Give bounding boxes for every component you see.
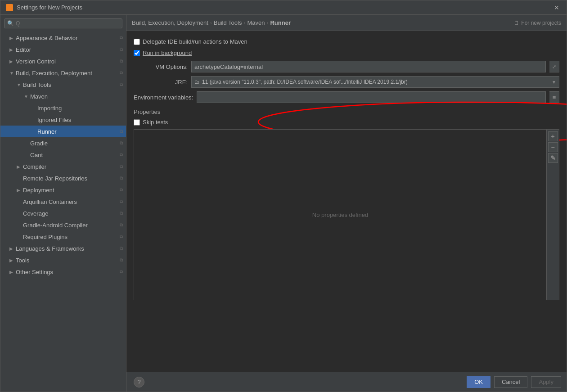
skip-tests-checkbox[interactable]	[134, 119, 140, 126]
arrow-icon: ▶	[9, 246, 16, 251]
breadcrumb-item-1: Build, Execution, Deployment	[132, 19, 208, 26]
env-browse-button[interactable]: ≡	[549, 91, 559, 103]
copy-icon: ⧉	[117, 209, 125, 217]
sidebar-item-label: Gant	[30, 152, 117, 158]
arrow-icon: ▼	[24, 94, 30, 99]
jre-folder-icon: 🗂	[194, 79, 199, 85]
copy-icon: ⧉	[117, 198, 125, 206]
sidebar-item-label: Remote Jar Repositories	[23, 175, 117, 182]
app-icon	[6, 4, 13, 11]
env-input[interactable]	[197, 91, 546, 103]
jre-row: JRE: 🗂 11 (java version "11.0.3", path: …	[134, 76, 559, 88]
arrow-icon: ▶	[9, 47, 16, 52]
sidebar-item-label: Build, Execution, Deployment	[16, 70, 117, 77]
edit-property-button[interactable]: ✎	[548, 153, 558, 163]
sidebar-item-label: Maven	[30, 93, 117, 100]
jre-value: 11 (java version "11.0.3", path: D:/IDEA…	[202, 79, 550, 85]
main-content: 🔍 ▶ Appearance & Behavior ⧉ ▶ Editor ⧉	[0, 15, 567, 392]
copy-icon: ⧉	[117, 174, 125, 182]
search-input[interactable]	[16, 20, 119, 27]
right-panel: Build, Execution, Deployment › Build Too…	[126, 15, 567, 392]
sidebar: 🔍 ▶ Appearance & Behavior ⧉ ▶ Editor ⧉	[0, 15, 126, 392]
sidebar-item-ignored-files[interactable]: Ignored Files	[0, 114, 126, 126]
breadcrumb-item-2: Build Tools	[214, 19, 242, 26]
sidebar-item-remote-jar[interactable]: Remote Jar Repositories ⧉	[0, 172, 126, 184]
arrow-icon: ▼	[17, 82, 23, 87]
arrow-icon: ▶	[17, 164, 23, 169]
copy-icon: ⧉	[117, 256, 125, 264]
sidebar-item-arquillian[interactable]: Arquillian Containers ⧉	[0, 196, 126, 207]
ok-button[interactable]: OK	[467, 376, 490, 388]
sidebar-item-label: Tools	[16, 257, 117, 264]
search-icon: 🔍	[7, 20, 14, 27]
delegate-label[interactable]: Delegate IDE build/run actions to Maven	[143, 38, 248, 45]
cancel-button[interactable]: Cancel	[494, 376, 527, 388]
copy-icon	[117, 92, 125, 100]
properties-panel: No properties defined + − ✎	[134, 129, 559, 300]
vm-options-input[interactable]	[191, 61, 546, 72]
env-label: Environment variables:	[134, 94, 193, 101]
chevron-down-icon: ▼	[552, 80, 556, 85]
no-properties-text: No properties defined	[312, 212, 368, 218]
sidebar-item-build-exec[interactable]: ▼ Build, Execution, Deployment ⧉	[0, 67, 126, 79]
sidebar-item-label: Gradle	[30, 140, 117, 147]
sidebar-item-version-control[interactable]: ▶ Version Control ⧉	[0, 55, 126, 67]
close-button[interactable]: ✕	[552, 3, 561, 12]
apply-button[interactable]: Apply	[531, 376, 561, 388]
copy-icon	[117, 116, 125, 124]
sidebar-item-languages[interactable]: ▶ Languages & Frameworks ⧉	[0, 243, 126, 254]
sidebar-item-maven[interactable]: ▼ Maven	[0, 90, 126, 102]
remove-property-button[interactable]: −	[548, 142, 558, 152]
sidebar-item-label: Compiler	[23, 163, 117, 170]
arrow-icon: ▶	[9, 36, 16, 41]
arrow-icon: ▼	[9, 71, 16, 76]
sidebar-item-tools[interactable]: ▶ Tools ⧉	[0, 254, 126, 266]
sidebar-item-gradle-android[interactable]: Gradle-Android Compiler ⧉	[0, 219, 126, 231]
copy-icon: ⧉	[117, 81, 125, 89]
dialog-title: Settings for New Projects	[17, 4, 552, 11]
sidebar-item-gradle[interactable]: Gradle ⧉	[0, 137, 126, 149]
sidebar-item-required-plugins[interactable]: Required Plugins ⧉	[0, 231, 126, 243]
background-label[interactable]: Run in background	[143, 50, 192, 56]
copy-icon: ⧉	[117, 244, 125, 252]
vm-options-label: VM Options:	[134, 63, 188, 70]
sidebar-item-importing[interactable]: Importing	[0, 102, 126, 114]
sidebar-item-other-settings[interactable]: ▶ Other Settings ⧉	[0, 266, 126, 278]
sidebar-tree: ▶ Appearance & Behavior ⧉ ▶ Editor ⧉ ▶ V…	[0, 32, 126, 392]
copy-icon: ⧉	[117, 233, 125, 241]
properties-content: No properties defined	[134, 130, 546, 300]
skip-tests-label[interactable]: Skip tests	[143, 119, 168, 126]
search-box[interactable]: 🔍	[4, 18, 122, 28]
arrow-icon: ▶	[17, 188, 23, 193]
settings-dialog: Settings for New Projects ✕ 🔍 ▶ Appearan…	[0, 0, 567, 392]
sidebar-item-editor[interactable]: ▶ Editor ⧉	[0, 44, 126, 55]
properties-section-label: Properties	[134, 108, 559, 115]
sidebar-item-compiler[interactable]: ▶ Compiler ⧉	[0, 161, 126, 172]
copy-icon: ⧉	[117, 34, 125, 42]
sidebar-item-runner[interactable]: Runner ⧉	[0, 126, 126, 137]
arrow-icon: ▶	[9, 59, 16, 64]
add-property-button[interactable]: +	[548, 131, 558, 141]
copy-icon: ⧉	[117, 69, 125, 77]
background-checkbox[interactable]	[134, 50, 140, 56]
breadcrumb-sep-1: ›	[210, 20, 212, 26]
sidebar-item-build-tools[interactable]: ▼ Build Tools ⧉	[0, 79, 126, 90]
help-button[interactable]: ?	[134, 377, 144, 387]
sidebar-item-gant[interactable]: Gant ⧉	[0, 149, 126, 161]
sidebar-item-label: Languages & Frameworks	[16, 245, 117, 252]
note-text: For new projects	[521, 20, 561, 26]
properties-toolbar: + − ✎	[546, 130, 559, 300]
breadcrumb-current: Runner	[270, 19, 291, 26]
copy-icon	[117, 104, 125, 112]
sidebar-item-label: Version Control	[16, 58, 117, 65]
delegate-row: Delegate IDE build/run actions to Maven	[134, 38, 559, 45]
breadcrumb-note: 🗒 For new projects	[514, 20, 561, 26]
sidebar-item-appearance[interactable]: ▶ Appearance & Behavior ⧉	[0, 32, 126, 44]
sidebar-item-coverage[interactable]: Coverage ⧉	[0, 207, 126, 219]
sidebar-item-deployment[interactable]: ▶ Deployment ⧉	[0, 184, 126, 196]
delegate-checkbox[interactable]	[134, 39, 140, 45]
jre-dropdown[interactable]: 🗂 11 (java version "11.0.3", path: D:/ID…	[191, 76, 559, 88]
sidebar-item-label: Runner	[37, 128, 117, 135]
env-row: Environment variables: ≡	[134, 91, 559, 103]
vm-expand-button[interactable]: ⤢	[549, 61, 559, 72]
